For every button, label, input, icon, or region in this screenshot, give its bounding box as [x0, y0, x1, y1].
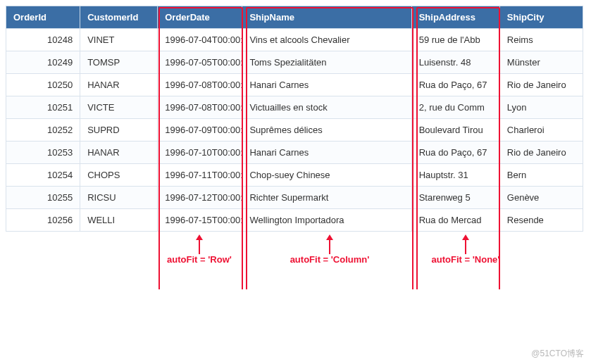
col-header-shipcity[interactable]: ShipCity — [499, 6, 583, 29]
table-row[interactable]: 10248VINET1996-07-04T00:00:00Vins et alc… — [6, 29, 583, 51]
col-header-shipaddress[interactable]: ShipAddress — [411, 6, 499, 29]
cell-customerid[interactable]: VINET — [80, 29, 158, 51]
header-row: OrderId CustomerId OrderDate ShipName Sh… — [6, 6, 583, 29]
cell-orderdate[interactable]: 1996-07-11T00:00:00 — [158, 164, 242, 187]
cell-orderid[interactable]: 10248 — [6, 29, 80, 51]
col-header-orderid[interactable]: OrderId — [6, 6, 80, 29]
cell-customerid[interactable]: WELLI — [80, 209, 158, 232]
cell-shipaddress[interactable]: Luisenstr. 48 — [411, 51, 499, 74]
annotation-autofit-column: autoFit = 'Column' — [273, 234, 386, 265]
cell-shipcity[interactable]: Münster — [499, 51, 583, 74]
cell-orderdate[interactable]: 1996-07-04T00:00:00 — [158, 29, 242, 51]
col-header-orderdate[interactable]: OrderDate — [158, 6, 242, 29]
cell-shipaddress[interactable]: Starenweg 5 — [411, 187, 499, 209]
cell-customerid[interactable]: HANAR — [80, 142, 158, 164]
cell-shipname[interactable]: Chop-suey Chinese — [242, 164, 411, 187]
table-row[interactable]: 10254CHOPS1996-07-11T00:00:00Chop-suey C… — [6, 164, 583, 187]
table-row[interactable]: 10253HANAR1996-07-10T00:00:00Hanari Carn… — [6, 142, 583, 164]
cell-shipaddress[interactable]: 2, rue du Comm — [411, 96, 499, 119]
annotation-label: autoFit = 'None' — [432, 254, 500, 265]
cell-orderid[interactable]: 10253 — [6, 142, 80, 164]
table-row[interactable]: 10249TOMSP1996-07-05T00:00:00Toms Spezia… — [6, 51, 583, 74]
cell-shipcity[interactable]: Reims — [499, 29, 583, 51]
cell-customerid[interactable]: SUPRD — [80, 119, 158, 142]
annotation-autofit-none: autoFit = 'None' — [420, 234, 511, 265]
cell-orderid[interactable]: 10255 — [6, 187, 80, 209]
cell-orderdate[interactable]: 1996-07-08T00:00:00 — [158, 96, 242, 119]
cell-shipcity[interactable]: Genève — [499, 187, 583, 209]
cell-shipcity[interactable]: Rio de Janeiro — [499, 74, 583, 96]
cell-orderdate[interactable]: 1996-07-12T00:00:00 — [158, 187, 242, 209]
table-row[interactable]: 10250HANAR1996-07-08T00:00:00Hanari Carn… — [6, 74, 583, 96]
col-header-customerid[interactable]: CustomerId — [80, 6, 158, 29]
cell-orderdate[interactable]: 1996-07-09T00:00:00 — [158, 119, 242, 142]
cell-customerid[interactable]: CHOPS — [80, 164, 158, 187]
cell-shipname[interactable]: Hanari Carnes — [242, 142, 411, 164]
annotation-label: autoFit = 'Column' — [290, 254, 370, 265]
cell-orderdate[interactable]: 1996-07-05T00:00:00 — [158, 51, 242, 74]
cell-shipname[interactable]: Victuailles en stock — [242, 96, 411, 119]
table-row[interactable]: 10255RICSU1996-07-12T00:00:00Richter Sup… — [6, 187, 583, 209]
cell-shipname[interactable]: Toms Spezialitäten — [242, 51, 411, 74]
cell-customerid[interactable]: RICSU — [80, 187, 158, 209]
cell-shipname[interactable]: Wellington Importadora — [242, 209, 411, 232]
cell-shipname[interactable]: Richter Supermarkt — [242, 187, 411, 209]
cell-shipcity[interactable]: Charleroi — [499, 119, 583, 142]
cell-shipaddress[interactable]: Rua do Paço, 67 — [411, 142, 499, 164]
table-row[interactable]: 10252SUPRD1996-07-09T00:00:00Suprêmes dé… — [6, 119, 583, 142]
cell-shipname[interactable]: Suprêmes délices — [242, 119, 411, 142]
cell-customerid[interactable]: VICTE — [80, 96, 158, 119]
cell-orderid[interactable]: 10249 — [6, 51, 80, 74]
annotation-label: autoFit = 'Row' — [167, 254, 232, 265]
cell-orderdate[interactable]: 1996-07-08T00:00:00 — [158, 74, 242, 96]
cell-shipaddress[interactable]: Hauptstr. 31 — [411, 164, 499, 187]
cell-orderid[interactable]: 10256 — [6, 209, 80, 232]
cell-customerid[interactable]: TOMSP — [80, 51, 158, 74]
cell-shipaddress[interactable]: Boulevard Tirou — [411, 119, 499, 142]
cell-shipcity[interactable]: Rio de Janeiro — [499, 142, 583, 164]
cell-shipname[interactable]: Hanari Carnes — [242, 74, 411, 96]
orders-grid[interactable]: OrderId CustomerId OrderDate ShipName Sh… — [6, 6, 583, 232]
cell-shipaddress[interactable]: Rua do Mercad — [411, 209, 499, 232]
cell-orderdate[interactable]: 1996-07-10T00:00:00 — [158, 142, 242, 164]
cell-shipcity[interactable]: Lyon — [499, 96, 583, 119]
cell-orderid[interactable]: 10251 — [6, 96, 80, 119]
cell-shipname[interactable]: Vins et alcools Chevalier — [242, 29, 411, 51]
cell-customerid[interactable]: HANAR — [80, 74, 158, 96]
cell-orderid[interactable]: 10250 — [6, 74, 80, 96]
cell-shipcity[interactable]: Resende — [499, 209, 583, 232]
annotation-autofit-row: autoFit = 'Row' — [157, 234, 242, 265]
cell-orderid[interactable]: 10254 — [6, 164, 80, 187]
cell-shipaddress[interactable]: Rua do Paço, 67 — [411, 74, 499, 96]
cell-shipcity[interactable]: Bern — [499, 164, 583, 187]
cell-shipaddress[interactable]: 59 rue de l'Abb — [411, 29, 499, 51]
table-row[interactable]: 10256WELLI1996-07-15T00:00:00Wellington … — [6, 209, 583, 232]
cell-orderdate[interactable]: 1996-07-15T00:00:00 — [158, 209, 242, 232]
table-row[interactable]: 10251VICTE1996-07-08T00:00:00Victuailles… — [6, 96, 583, 119]
cell-orderid[interactable]: 10252 — [6, 119, 80, 142]
col-header-shipname[interactable]: ShipName — [242, 6, 411, 29]
